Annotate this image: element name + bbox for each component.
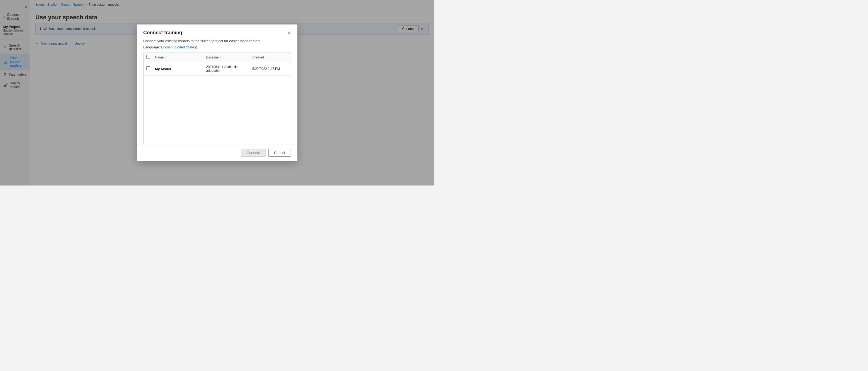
modal-connect-button[interactable]: Connect [241, 149, 266, 157]
row-model-name: My Model [155, 67, 206, 71]
modal-language-value[interactable]: English (United States) [161, 45, 197, 49]
modal-header: Connect training ✕ [137, 25, 298, 39]
created-sort-icon: ↓ [265, 56, 267, 59]
modal-footer: Connect Cancel [137, 144, 298, 161]
row-checkbox-cell [146, 66, 155, 71]
row-created: 5/22/2022 2:47 PM [252, 67, 288, 71]
modal-overlay: Connect training ✕ Connect your existing… [0, 0, 434, 185]
modal-cancel-button[interactable]: Cancel [268, 149, 290, 157]
baseline-sort-icon: ↕ [220, 56, 221, 59]
column-header-baseline[interactable]: Baseline ↕ [206, 56, 252, 59]
table-header: Name ↕ Baseline ↕ Created ↓ [144, 53, 290, 62]
modal-body: Connect your existing models to the curr… [137, 39, 298, 144]
select-all-checkbox[interactable] [146, 55, 150, 59]
connect-training-modal: Connect training ✕ Connect your existing… [137, 25, 298, 161]
modal-close-button[interactable]: ✕ [287, 31, 291, 35]
column-baseline-label: Baseline [206, 56, 219, 59]
row-checkbox[interactable] [146, 66, 150, 70]
column-header-name[interactable]: Name ↕ [155, 56, 206, 59]
modal-title: Connect training [144, 30, 182, 36]
modal-language: Language: English (United States) [144, 45, 291, 49]
name-sort-icon: ↕ [165, 56, 166, 59]
modal-language-label: Language: [144, 45, 160, 49]
table-body: My Model 20210831 + Audio file adaptatio… [144, 62, 290, 144]
column-header-created[interactable]: Created ↓ [252, 56, 288, 59]
column-created-label: Created [252, 56, 264, 59]
modal-description: Connect your existing models to the curr… [144, 39, 291, 43]
column-name-label: Name [155, 56, 164, 59]
table-row: My Model 20210831 + Audio file adaptatio… [144, 62, 290, 75]
modal-table: Name ↕ Baseline ↕ Created ↓ [144, 53, 291, 144]
header-checkbox-cell [146, 55, 155, 60]
row-baseline: 20210831 + Audio file adaptation [206, 65, 252, 73]
